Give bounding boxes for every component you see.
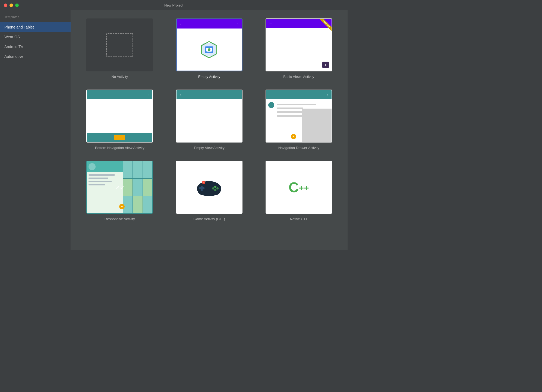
template-nav-drawer[interactable]: ← ⋮ + xyxy=(261,90,337,150)
empty-activity-mockup: ← ⋮ xyxy=(177,19,242,71)
nav-drawer-topbar: ← ⋮ xyxy=(266,90,332,99)
template-card-nav-drawer: ← ⋮ + xyxy=(266,90,332,143)
responsive-fab: + xyxy=(119,204,125,209)
cpp-logo-container: C ++ xyxy=(289,180,309,194)
template-responsive-activity[interactable]: ↗↙ + Responsive Activity xyxy=(82,161,158,221)
bottom-nav-indicator xyxy=(114,135,125,140)
nav-drawer-content: + xyxy=(266,99,332,142)
responsive-grid xyxy=(123,161,152,213)
template-basic-views-activity[interactable]: PREVIEW ← ⋮ + Basic Views Activity xyxy=(261,18,337,79)
responsive-cell-4 xyxy=(123,179,133,195)
template-empty-activity[interactable]: ← ⋮ xyxy=(171,18,247,79)
bottom-nav-dots-icon: ⋮ xyxy=(147,93,150,97)
template-bottom-nav[interactable]: ← ⋮ Bottom Navigation View Activity xyxy=(82,90,158,150)
window-title: New Project xyxy=(164,3,183,7)
sidebar-item-wear-os[interactable]: Wear OS xyxy=(0,32,71,42)
no-activity-placeholder xyxy=(106,33,133,57)
responsive-cell-5 xyxy=(133,179,143,195)
template-label-nav-drawer: Navigation Drawer Activity xyxy=(278,146,319,150)
responsive-list-line-4 xyxy=(89,184,105,185)
gamepad-icon xyxy=(194,176,224,198)
empty-view-body xyxy=(177,99,242,142)
android-studio-logo xyxy=(198,39,220,61)
main-content: Templates Phone and Tablet Wear OS Andro… xyxy=(0,10,348,250)
svg-point-4 xyxy=(208,48,210,51)
window-controls xyxy=(4,4,19,7)
nav-drawer-dots-icon: ⋮ xyxy=(326,93,329,97)
responsive-list-line-1 xyxy=(89,174,115,176)
titlebar: New Project xyxy=(0,0,348,10)
cpp-plus-plus: ++ xyxy=(299,184,309,192)
template-card-bottom-nav: ← ⋮ xyxy=(86,90,153,143)
sidebar-item-automotive[interactable]: Automotive xyxy=(0,52,71,61)
basic-views-back-icon: ← xyxy=(269,21,273,26)
empty-activity-body xyxy=(177,29,242,71)
template-label-native-cpp: Native C++ xyxy=(290,217,308,221)
template-label-empty-view: Empty View Activity xyxy=(194,146,224,150)
empty-activity-back-icon: ← xyxy=(179,22,183,26)
svg-point-11 xyxy=(216,187,219,189)
minimize-button[interactable] xyxy=(10,4,13,7)
bottom-nav-topbar: ← ⋮ xyxy=(87,90,152,99)
nav-drawer-panel xyxy=(302,109,332,142)
template-card-no-activity xyxy=(86,18,153,71)
bottom-nav-back-icon: ← xyxy=(90,93,93,97)
drawer-line-1 xyxy=(277,104,316,105)
template-card-empty-activity: ← ⋮ xyxy=(176,18,242,71)
drawer-avatar xyxy=(268,102,274,108)
sidebar-section-label: Templates xyxy=(0,13,71,22)
template-label-game: Game Activity (C++) xyxy=(193,217,225,221)
drawer-line-4 xyxy=(277,115,303,117)
template-empty-view-activity[interactable]: ← Empty View Activity xyxy=(171,90,247,150)
template-card-empty-view: ← xyxy=(176,90,242,143)
maximize-button[interactable] xyxy=(15,4,19,7)
template-label-no-activity: No Activity xyxy=(111,75,128,79)
empty-activity-dots-icon: ⋮ xyxy=(236,22,239,26)
svg-point-12 xyxy=(212,187,214,189)
responsive-cell-9 xyxy=(143,196,153,213)
responsive-cell-2 xyxy=(133,161,143,178)
template-card-responsive: ↗↙ + xyxy=(86,161,153,214)
empty-view-back-icon: ← xyxy=(179,93,183,97)
content-area: No Activity ← ⋮ xyxy=(71,10,348,250)
sidebar-item-android-tv[interactable]: Android TV xyxy=(0,42,71,52)
drawer-line-2 xyxy=(277,108,303,109)
responsive-avatar xyxy=(89,163,96,170)
template-label-bottom-nav: Bottom Navigation View Activity xyxy=(95,146,144,150)
template-native-cpp[interactable]: C ++ Native C++ xyxy=(261,161,337,221)
empty-view-topbar: ← xyxy=(177,90,242,99)
bottom-nav-mockup: ← ⋮ xyxy=(87,90,152,142)
responsive-cell-6 xyxy=(143,179,153,195)
preview-badge: PREVIEW xyxy=(315,19,332,35)
responsive-list-side xyxy=(87,161,123,213)
nav-drawer-mockup: ← ⋮ + xyxy=(266,90,332,142)
responsive-cell-7 xyxy=(123,196,133,213)
basic-views-fab: + xyxy=(322,62,329,68)
nav-drawer-back-icon: ← xyxy=(269,93,273,97)
cpp-c-letter: C xyxy=(289,180,299,194)
template-no-activity[interactable]: No Activity xyxy=(82,18,158,79)
template-card-game xyxy=(176,161,242,214)
empty-view-mockup: ← xyxy=(177,90,242,142)
svg-point-10 xyxy=(214,186,216,188)
svg-point-15 xyxy=(203,182,204,183)
responsive-list-line-2 xyxy=(89,178,108,179)
close-button[interactable] xyxy=(4,4,7,7)
svg-point-13 xyxy=(214,189,216,191)
sidebar: Templates Phone and Tablet Wear OS Andro… xyxy=(0,10,71,250)
responsive-cell-3 xyxy=(143,161,153,178)
responsive-cell-1 xyxy=(123,161,133,178)
template-label-empty-activity: Empty Activity xyxy=(198,75,220,79)
nav-drawer-fab: + xyxy=(291,134,296,139)
template-label-basic-views: Basic Views Activity xyxy=(283,75,314,79)
sidebar-item-phone-tablet[interactable]: Phone and Tablet xyxy=(0,22,71,32)
templates-grid: No Activity ← ⋮ xyxy=(82,18,337,221)
bottom-nav-bar xyxy=(87,133,152,142)
svg-rect-9 xyxy=(201,186,203,191)
bottom-nav-body xyxy=(87,99,152,133)
responsive-header xyxy=(87,161,123,172)
template-card-basic-views: PREVIEW ← ⋮ + xyxy=(266,18,332,71)
responsive-cell-8 xyxy=(133,196,143,213)
preview-badge-label: PREVIEW xyxy=(319,19,332,31)
template-game-activity[interactable]: Game Activity (C++) xyxy=(171,161,247,221)
